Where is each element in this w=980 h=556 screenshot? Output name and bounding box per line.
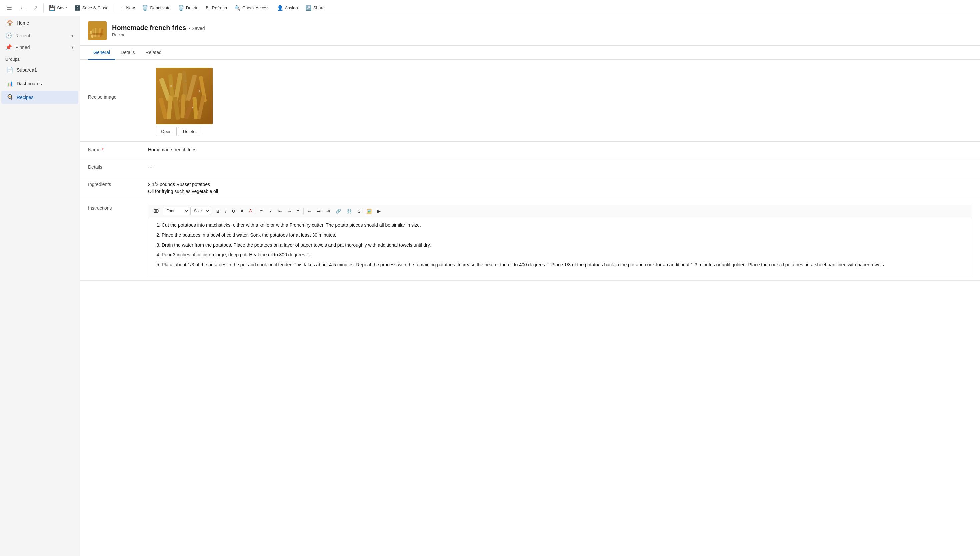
recipe-image-placeholder [156,68,213,124]
subarea1-icon: 📄 [6,67,13,73]
delete-icon: 🗑️ [178,5,184,11]
recipes-icon: 🍳 [6,94,13,100]
instruction-item-4: Pour 3 inches of oil into a large, deep … [162,251,966,259]
content-area: Homemade french fries - Saved Recipe Gen… [80,16,980,556]
forward-icon: ↗ [33,5,38,11]
details-value[interactable]: --- [148,164,972,171]
align-center-icon: ⇌ [317,209,321,214]
form-area: Recipe image [80,60,980,556]
instructions-content: ⌦ Font Size B I U A̲ [148,205,972,275]
refresh-button[interactable]: ↻ Refresh [202,3,230,13]
rte-italic-button[interactable]: I [222,207,229,215]
sidebar-item-home[interactable]: 🏠 Home [1,16,78,29]
sidebar-item-home-label: Home [17,20,29,26]
rte-blockquote-button[interactable]: ❝ [295,207,301,215]
delete-button[interactable]: 🗑️ Delete [175,3,202,13]
tabs-bar: General Details Related [80,46,980,60]
sidebar-item-recipes[interactable]: 🍳 Recipes [1,91,78,104]
sidebar-item-pinned-label: Pinned [15,45,30,50]
rte-bullet-list-button[interactable]: ≡ [258,207,265,215]
recent-icon: 🕐 [5,32,12,39]
deactivate-button[interactable]: 🗑️ Deactivate [139,3,174,13]
tab-related[interactable]: Related [140,46,167,60]
font-color-icon: A [249,209,251,213]
required-star: * [102,147,103,152]
rte-toolbar: ⌦ Font Size B I U A̲ [148,205,972,217]
share-button[interactable]: ↗️ Share [302,3,328,13]
rte-numbered-list-button[interactable]: ⋮ [266,207,275,215]
ingredients-label: Ingredients [88,181,148,187]
image-delete-button[interactable]: Delete [178,127,201,136]
instruction-item-5: Place about 1/3 of the potatoes in the p… [162,261,966,269]
rte-align-left-button[interactable]: ⇤ [305,207,314,215]
insert-link-icon: 🔗 [336,209,341,214]
rte-highlight-button[interactable]: A̲ [239,207,246,215]
save-label: Save [57,5,67,10]
group1-label: Group1 [0,53,80,63]
svg-point-26 [186,81,187,82]
pinned-icon: 📌 [5,44,12,50]
menu-button[interactable]: ☰ [3,1,16,15]
rte-content-area[interactable]: Cut the potatoes into matchsticks, eithe… [148,217,972,275]
instructions-label: Instructions [88,205,148,211]
rte-clear-formatting-button[interactable]: ⌦ [151,207,162,215]
image-container: Open Delete [156,68,213,136]
svg-point-25 [170,86,172,87]
name-label: Name * [88,146,148,152]
rte-divider-3 [303,208,304,215]
name-value[interactable]: Homemade french fries [148,146,972,154]
image-label: Recipe image [88,68,148,100]
remove-link-icon: ⛓️ [347,209,352,214]
rte-align-center-button[interactable]: ⇌ [315,207,323,215]
tab-general[interactable]: General [88,46,115,60]
deactivate-label: Deactivate [150,5,170,10]
sidebar-item-recent-label: Recent [15,33,30,38]
rte-insert-link-button[interactable]: 🔗 [333,207,343,215]
back-button[interactable]: ← [17,2,29,14]
ingredients-line-1: 2 1/2 pounds Russet potatoes [148,181,972,188]
sidebar-item-recent[interactable]: 🕐 Recent ▼ [0,30,80,41]
image-buttons: Open Delete [156,127,213,136]
menu-icon: ☰ [6,4,12,12]
refresh-label: Refresh [212,5,227,10]
sidebar-item-dashboards[interactable]: 📊 Dashboards [1,77,78,90]
decrease-indent-icon: ⇤ [278,209,282,214]
share-icon: ↗️ [305,5,312,11]
pinned-chevron-icon: ▼ [71,45,74,49]
details-row: Details --- [80,159,980,176]
svg-point-27 [199,91,200,92]
record-avatar [88,21,107,40]
rte-decrease-indent-button[interactable]: ⇤ [276,207,284,215]
rte-strikethrough-button[interactable]: S [355,207,363,215]
sidebar-item-pinned[interactable]: 📌 Pinned ▼ [0,41,80,53]
rte-insert-image-button[interactable]: 🖼️ [364,207,374,215]
save-button[interactable]: 💾 Save [46,3,70,13]
main-layout: 🏠 Home 🕐 Recent ▼ 📌 Pinned ▼ Group1 📄 Su… [0,16,980,556]
save-icon: 💾 [49,5,55,11]
rte-bold-button[interactable]: B [214,207,222,215]
tab-details[interactable]: Details [115,46,140,60]
rte-align-right-button[interactable]: ⇥ [324,207,332,215]
rte-size-select[interactable]: Size [190,207,210,215]
assign-button[interactable]: 👤 Assign [274,3,301,13]
check-access-icon: 🔍 [234,5,241,11]
rte-remove-link-button[interactable]: ⛓️ [344,207,354,215]
rte-font-select[interactable]: Font [163,207,189,215]
save-close-button[interactable]: 🗄️ Save & Close [71,3,112,13]
new-icon: ＋ [119,5,124,11]
instruction-item-1: Cut the potatoes into matchsticks, eithe… [162,221,966,230]
check-access-button[interactable]: 🔍 Check Access [231,3,273,13]
sidebar-item-subarea1[interactable]: 📄 Subarea1 [1,63,78,76]
rte-increase-indent-button[interactable]: ⇥ [285,207,294,215]
record-title-row: Homemade french fries - Saved [112,24,205,32]
forward-button[interactable]: ↗ [29,2,41,14]
ingredients-value[interactable]: 2 1/2 pounds Russet potatoes Oil for fry… [148,181,972,195]
rte-more-button[interactable]: ▶ [375,207,383,215]
rte-underline-button[interactable]: U [230,207,237,215]
ingredients-line-2: Oil for frying such as vegetable oil [148,188,972,195]
deactivate-icon: 🗑️ [142,5,148,11]
rte-font-color-button[interactable]: A [247,207,254,215]
image-open-button[interactable]: Open [156,127,177,136]
sidebar: 🏠 Home 🕐 Recent ▼ 📌 Pinned ▼ Group1 📄 Su… [0,16,80,556]
new-button[interactable]: ＋ New [116,3,138,13]
